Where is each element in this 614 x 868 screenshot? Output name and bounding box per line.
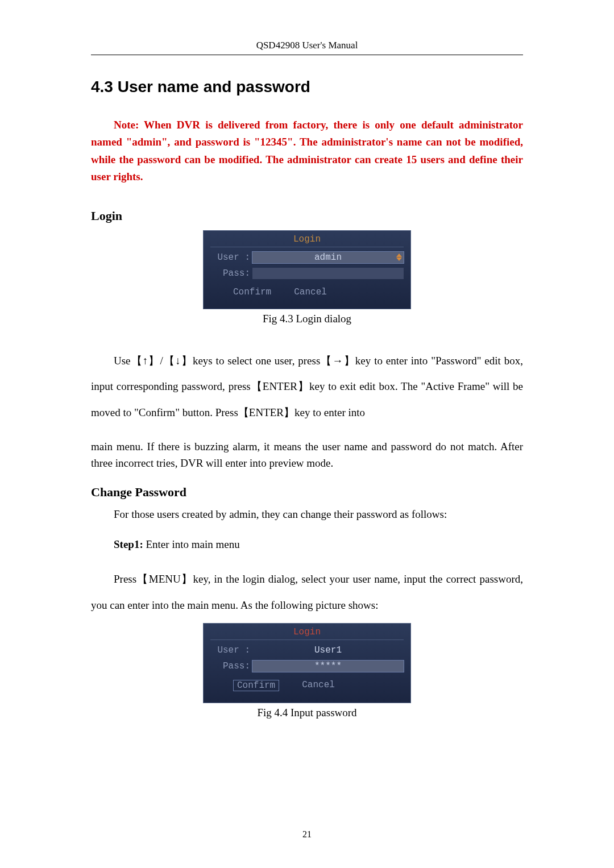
- user-label-2: User :: [210, 645, 252, 655]
- login-dialog-2: Login User : User1 Pass: ***** Confirm C…: [203, 623, 411, 703]
- pass-label: Pass:: [210, 268, 252, 279]
- pass-label-2: Pass:: [210, 661, 252, 671]
- user-spinner[interactable]: [396, 252, 403, 263]
- button-row-2: Confirm Cancel: [210, 680, 404, 691]
- user-row-2: User : User1: [210, 645, 404, 656]
- user-value: admin: [314, 252, 342, 263]
- login-dialog: Login User : admin Pass: Confirm Cancel: [203, 230, 411, 309]
- user-row: User : admin: [210, 252, 404, 263]
- note-paragraph: Note: When DVR is delivered from factory…: [91, 117, 523, 186]
- section-title: 4.3 User name and password: [91, 78, 523, 96]
- pass-row: Pass:: [210, 268, 404, 279]
- confirm-button[interactable]: Confirm: [233, 287, 271, 297]
- user-label: User :: [210, 252, 252, 263]
- instruction-paragraph-1: Use【↑】/【↓】keys to select one user, press…: [91, 348, 523, 426]
- step1-body: Press【MENU】key, in the login dialog, sel…: [91, 566, 523, 618]
- page-header: QSD42908 User's Manual: [91, 40, 523, 55]
- arrow-up-icon: [396, 254, 402, 257]
- note-text: Note: When DVR is delivered from factory…: [91, 119, 523, 182]
- login-heading: Login: [91, 209, 523, 223]
- cancel-button-2[interactable]: Cancel: [302, 680, 335, 691]
- confirm-button-2[interactable]: Confirm: [233, 680, 279, 691]
- pass-row-2: Pass: *****: [210, 661, 404, 672]
- login-dialog-title: Login: [210, 234, 404, 247]
- button-row: Confirm Cancel: [210, 287, 404, 297]
- page-number: 21: [0, 829, 614, 840]
- figure-4-4-caption: Fig 4.4 Input password: [91, 707, 523, 719]
- step1-line: Step1: Enter into main menu: [91, 537, 523, 553]
- manual-page: QSD42908 User's Manual 4.3 User name and…: [0, 0, 614, 868]
- change-password-heading: Change Password: [91, 485, 523, 500]
- pass-input-2[interactable]: *****: [252, 661, 404, 672]
- user-value-2[interactable]: User1: [252, 645, 404, 656]
- step1-label: Step1:: [114, 538, 146, 550]
- figure-4-3-caption: Fig 4.3 Login dialog: [91, 313, 523, 325]
- figure-4-3: Login User : admin Pass: Confirm Cancel: [91, 230, 523, 325]
- pass-input[interactable]: [252, 268, 404, 279]
- instruction-paragraph-1-cont: main menu. If there is buzzing alarm, it…: [91, 439, 523, 471]
- change-password-intro: For those users created by admin, they c…: [91, 506, 523, 523]
- login-dialog-2-title: Login: [210, 627, 404, 640]
- cancel-button[interactable]: Cancel: [294, 287, 327, 297]
- arrow-down-icon: [396, 258, 402, 261]
- step1-text: Enter into main menu: [146, 538, 239, 550]
- user-select-field[interactable]: admin: [252, 252, 404, 263]
- figure-4-4: Login User : User1 Pass: ***** Confirm C…: [91, 623, 523, 719]
